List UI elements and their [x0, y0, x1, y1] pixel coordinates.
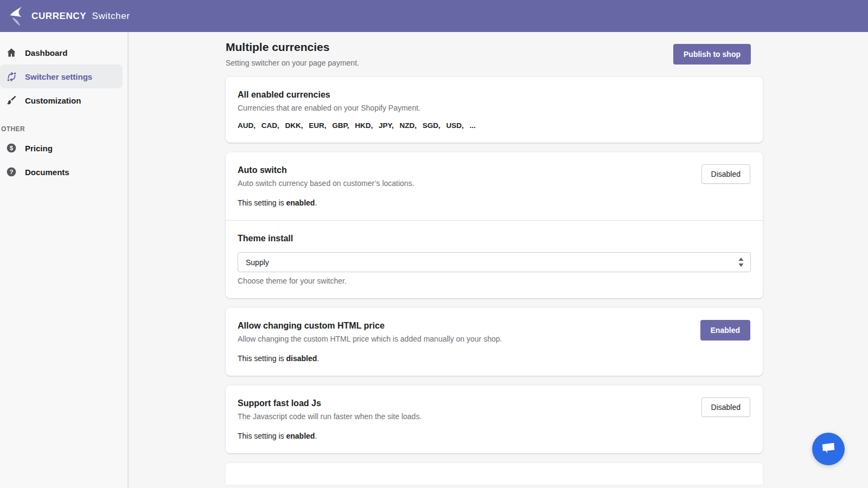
sidebar-item-customization[interactable]: Customization	[0, 88, 123, 112]
sidebar-item-label: Dashboard	[25, 48, 67, 57]
sidebar-item-documents[interactable]: ? Documents	[0, 160, 123, 184]
card-description: Auto switch currency based on customer’s…	[238, 179, 751, 188]
custom-html-toggle-button[interactable]: Enabled	[700, 320, 750, 341]
auto-switch-theme-card: Auto switch Auto switch currency based o…	[226, 152, 763, 298]
sidebar-item-switcher-settings[interactable]: Switcher settings	[0, 65, 123, 88]
fast-load-toggle-button[interactable]: Disabled	[701, 397, 750, 417]
setting-status: This setting is enabled.	[238, 432, 751, 440]
sidebar: Dashboard Switcher settings	[0, 32, 129, 488]
page-subtitle: Setting switcher on your page payment.	[226, 59, 359, 67]
custom-html-price-card: Allow changing custom HTML price Allow c…	[226, 308, 763, 376]
theme-select[interactable]: Supply	[238, 252, 751, 272]
sidebar-item-label: Pricing	[25, 144, 53, 153]
app-title: CURRENCY Switcher	[31, 11, 130, 22]
card-title: All enabled currencies	[238, 90, 751, 100]
setting-status: This setting is enabled.	[238, 198, 751, 207]
status-prefix: This setting is	[238, 432, 286, 440]
status-prefix: This setting is	[238, 354, 286, 363]
enabled-currencies-card: All enabled currencies Currencies that a…	[226, 77, 763, 143]
publish-to-shop-button[interactable]: Publish to shop	[673, 44, 751, 65]
partially-visible-card	[226, 463, 763, 485]
theme-select-value: Supply	[246, 258, 269, 267]
card-title: Support fast load Js	[238, 399, 751, 408]
sidebar-item-label: Customization	[25, 96, 81, 105]
select-updown-icon	[738, 258, 744, 269]
app-logo: CURRENCY Switcher	[8, 5, 130, 27]
status-value: disabled	[286, 354, 317, 363]
switcher-icon	[5, 70, 17, 82]
chat-widget-button[interactable]	[812, 433, 845, 465]
app-title-light: Switcher	[92, 11, 130, 21]
status-suffix: .	[315, 432, 317, 440]
card-title: Theme install	[238, 234, 751, 243]
status-suffix: .	[317, 354, 319, 363]
theme-select-helper: Choose theme for your switcher.	[238, 277, 751, 285]
enabled-currencies-list: AUD, CAD, DKK, EUR, GBP, HKD, JPY, NZD, …	[238, 121, 751, 130]
setting-status: This setting is disabled.	[238, 354, 751, 363]
card-description: Allow changing the custom HTML price whi…	[238, 335, 751, 343]
status-value: enabled	[286, 432, 315, 440]
sidebar-section-other: OTHER	[1, 125, 127, 133]
theme-install-section: Theme install Supply Choose theme for	[226, 221, 763, 298]
chat-bubble-icon	[820, 440, 837, 458]
brush-icon	[5, 94, 17, 106]
card-description: The Javascript code will run faster when…	[238, 412, 751, 421]
app-header: CURRENCY Switcher	[0, 0, 868, 32]
sidebar-item-pricing[interactable]: $ Pricing	[0, 136, 123, 160]
svg-text:$: $	[10, 145, 13, 151]
sidebar-item-label: Documents	[25, 168, 69, 177]
auto-switch-section: Auto switch Auto switch currency based o…	[226, 152, 763, 220]
card-description: Currencies that are enabled on your Shop…	[238, 104, 751, 112]
dollar-circle-icon: $	[5, 142, 17, 154]
auto-switch-toggle-button[interactable]: Disabled	[701, 164, 750, 184]
app-title-bold: CURRENCY	[31, 11, 86, 21]
status-suffix: .	[315, 198, 317, 207]
card-title: Allow changing custom HTML price	[238, 321, 751, 331]
page-title: Multiple currencies	[226, 41, 359, 54]
currency-switcher-logo-icon	[8, 5, 26, 27]
status-value: enabled	[286, 198, 315, 207]
card-title: Auto switch	[238, 165, 751, 175]
sidebar-item-dashboard[interactable]: Dashboard	[0, 41, 123, 65]
main-content: Multiple currencies Setting switcher on …	[129, 32, 868, 488]
svg-text:?: ?	[10, 169, 14, 175]
question-circle-icon: ?	[5, 166, 17, 178]
fast-load-card: Support fast load Js The Javascript code…	[226, 386, 763, 453]
status-prefix: This setting is	[238, 198, 286, 207]
sidebar-item-label: Switcher settings	[25, 72, 92, 81]
home-icon	[5, 47, 17, 59]
